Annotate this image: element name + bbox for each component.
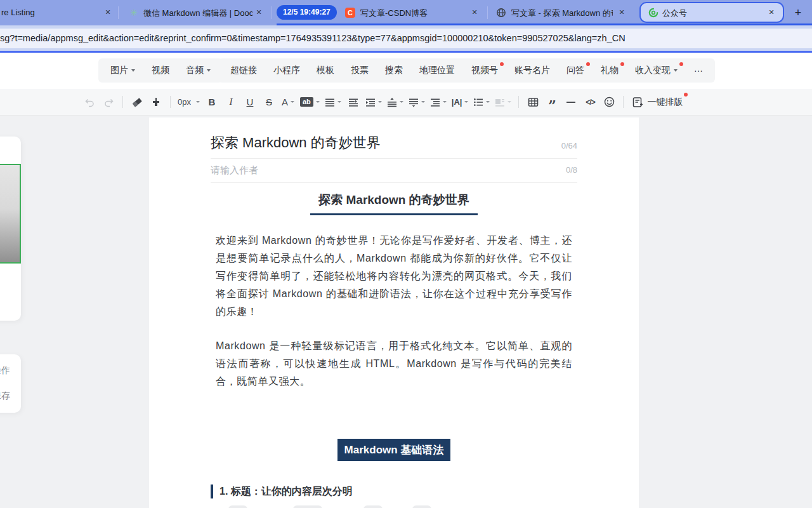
line-height-button[interactable]: [409, 93, 425, 111]
vote-button[interactable]: 投票: [343, 65, 377, 76]
wechat-mp-icon: [648, 8, 658, 18]
notification-dot: [500, 62, 504, 66]
save-button[interactable]: 保存: [0, 391, 10, 402]
account-card-button[interactable]: 账号名片: [506, 65, 558, 76]
tab-title: 微信 Markdown 编辑器 | Doocs: [143, 8, 252, 19]
new-tab-button[interactable]: +: [790, 5, 806, 20]
format-painter-button[interactable]: [149, 93, 163, 111]
browser-tab-strip: re Listing ✕ ✳ 微信 Markdown 编辑器 | Doocs ✕…: [0, 0, 812, 25]
channels-button[interactable]: 视频号: [463, 65, 506, 76]
cover-panel: [0, 137, 21, 321]
chevron-down-icon: [196, 101, 200, 103]
gift-button[interactable]: 礼物: [593, 65, 627, 76]
label: 图片: [110, 65, 128, 75]
notification-dot: [679, 62, 683, 66]
redo-button[interactable]: [102, 93, 115, 111]
label: 小程序: [273, 65, 300, 75]
hyperlink-button[interactable]: 超链接: [222, 65, 265, 76]
browser-url-bar: sg?t=media/appmsg_edit&action=edit&repri…: [0, 25, 812, 51]
insert-image-button[interactable]: 图片: [102, 65, 143, 76]
location-button[interactable]: 地理位置: [411, 65, 463, 76]
mini-program-button[interactable]: 小程序: [265, 65, 308, 76]
toolbar-divider: [122, 96, 123, 108]
close-icon[interactable]: ✕: [766, 7, 776, 17]
undo-button[interactable]: [82, 93, 96, 111]
font-color-button[interactable]: A: [281, 93, 295, 111]
template-button[interactable]: 模板: [308, 65, 343, 76]
vertical-spacing-button[interactable]: [387, 93, 403, 111]
tab-official-account-active[interactable]: 公众号 ✕: [639, 2, 784, 23]
layout-doc-icon: [632, 97, 643, 108]
clipped-block: [412, 505, 431, 508]
notification-dot: [684, 93, 688, 97]
search-button[interactable]: 搜索: [377, 65, 411, 76]
letter-spacing-button[interactable]: |A|: [452, 93, 469, 111]
close-icon[interactable]: ✕: [103, 7, 113, 17]
label: ···: [694, 65, 703, 76]
clipped-block: [363, 505, 383, 508]
highlight-color-button[interactable]: ab: [300, 93, 320, 111]
align-button[interactable]: [325, 93, 341, 111]
tab-divider: [487, 6, 488, 19]
label: 账号名片: [514, 65, 550, 75]
tab-title: 公众号: [662, 8, 757, 19]
blockquote-button[interactable]: ”: [545, 90, 559, 114]
author-char-counter: 0/8: [566, 165, 577, 175]
label: 视频号: [471, 65, 498, 75]
paragraph-indent-button[interactable]: [430, 93, 447, 111]
table-button[interactable]: [526, 93, 540, 111]
clipped-block: [293, 505, 322, 508]
label: 地理位置: [419, 65, 455, 75]
one-click-layout-button[interactable]: 一键排版: [632, 97, 683, 108]
redo-icon: [103, 97, 114, 107]
doocs-editor-icon: ✳: [129, 8, 139, 18]
action-panel: 操作 保存: [0, 354, 21, 413]
insert-video-button[interactable]: 视频: [143, 65, 178, 76]
image-align-button[interactable]: [495, 93, 511, 111]
font-size-select[interactable]: 0px: [178, 93, 200, 111]
tab-group-label[interactable]: 12/5 19:49:27: [277, 5, 337, 20]
code-button[interactable]: </>: [583, 93, 597, 111]
bold-button[interactable]: B: [205, 93, 219, 111]
indent-button[interactable]: [365, 93, 382, 111]
article-title-input[interactable]: 探索 Markdown 的奇妙世界: [211, 133, 577, 152]
paint-brush-icon: [151, 97, 161, 107]
horizontal-rule-button[interactable]: [564, 93, 578, 111]
paragraph-indent-icon: [430, 97, 440, 107]
url-text: sg?t=media/appmsg_edit&action=edit&repri…: [0, 33, 625, 43]
paragraph: Markdown 是一种轻量级标记语言，用于格式化纯文本。它以简单、直观的语法而…: [216, 337, 572, 391]
action-button[interactable]: 操作: [0, 365, 10, 377]
qa-button[interactable]: 问答: [558, 65, 593, 76]
notification-dot: [586, 62, 590, 66]
label: 问答: [566, 65, 584, 75]
label: 投票: [351, 65, 369, 75]
tab-divider: [272, 6, 272, 19]
rich-text-editor[interactable]: 探索 Markdown 的奇妙世界 欢迎来到 Markdown 的奇妙世界！无论…: [211, 183, 577, 498]
more-media-button[interactable]: ···: [686, 65, 711, 76]
subsection-heading: 1. 标题：让你的内容层次分明: [211, 485, 577, 498]
chevron-down-icon: [443, 101, 447, 103]
eraser-icon: [131, 97, 143, 107]
strikethrough-button[interactable]: S: [262, 93, 276, 111]
close-icon[interactable]: ✕: [254, 7, 264, 17]
close-icon[interactable]: ✕: [469, 7, 480, 17]
emoji-button[interactable]: [602, 93, 616, 111]
italic-button[interactable]: I: [224, 93, 238, 111]
media-toolbar: 图片 视频 音频 超链接 小程序 模板 投票 搜索 地理位置 视频号 账号名片 …: [0, 53, 812, 89]
first-line-indent-button[interactable]: [346, 93, 360, 111]
vertical-spacing-icon: [387, 97, 397, 107]
cover-thumbnail-selected[interactable]: [0, 164, 21, 264]
article-card: 探索 Markdown 的奇妙世界 0/64 请输入作者 0/8 探索 Mark…: [149, 117, 639, 508]
author-input[interactable]: 请输入作者: [211, 164, 258, 177]
close-icon[interactable]: ✕: [617, 7, 627, 17]
list-button[interactable]: [473, 93, 490, 111]
clear-format-button[interactable]: [130, 93, 144, 111]
underline-button[interactable]: U: [243, 93, 257, 111]
chevron-down-icon: [486, 101, 490, 103]
chevron-down-icon: [464, 101, 468, 103]
monetization-button[interactable]: 收入变现: [627, 65, 686, 76]
label: 收入变现: [635, 65, 671, 75]
url-field[interactable]: sg?t=media/appmsg_edit&action=edit&repri…: [0, 29, 812, 48]
chevron-down-icon: [291, 101, 294, 103]
insert-audio-button[interactable]: 音频: [178, 65, 219, 76]
